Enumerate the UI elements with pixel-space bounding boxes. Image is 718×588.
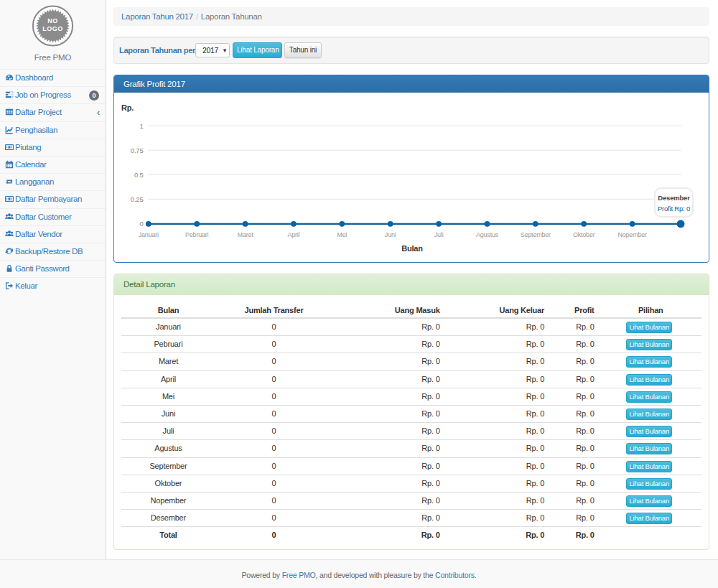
svg-text:Maret: Maret [238, 231, 254, 238]
svg-text:Juni: Juni [385, 231, 396, 238]
svg-text:0.25: 0.25 [131, 195, 144, 203]
svg-text:1: 1 [139, 122, 143, 130]
svg-text:September: September [521, 231, 551, 238]
svg-text:LOGO: LOGO [42, 25, 63, 32]
svg-text:0.5: 0.5 [134, 171, 144, 179]
svg-text:Oktober: Oktober [573, 231, 595, 238]
svg-text:Juli: Juli [434, 231, 444, 238]
svg-text:Januari: Januari [139, 231, 159, 238]
svg-text:Rp.: Rp. [121, 103, 134, 112]
svg-text:NO: NO [47, 17, 58, 24]
svg-text:0.75: 0.75 [131, 146, 144, 154]
svg-text:April: April [287, 231, 299, 238]
svg-text:Agustus: Agustus [476, 231, 499, 238]
svg-text:Bulan: Bulan [401, 244, 423, 253]
svg-text:Pebruari: Pebruari [185, 231, 209, 238]
svg-text:Mei: Mei [337, 231, 347, 238]
svg-text:0: 0 [139, 220, 143, 228]
svg-text:Nopember: Nopember [617, 231, 647, 238]
